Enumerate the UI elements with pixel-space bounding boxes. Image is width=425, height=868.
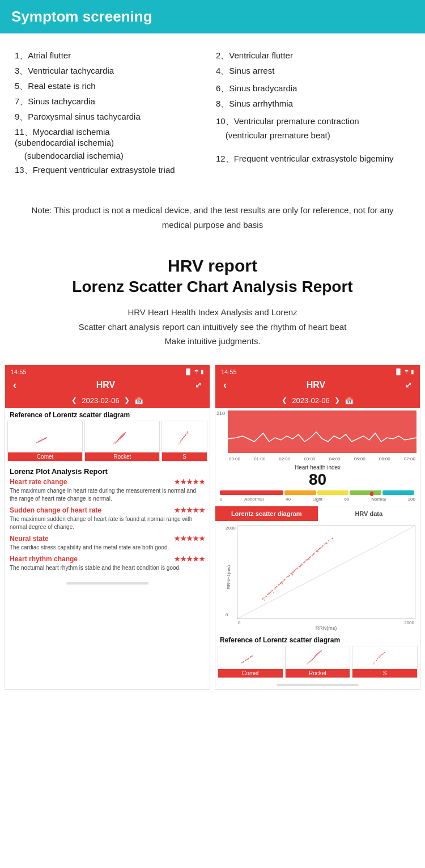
index-bar-labels: 0 Abnormal 40 Light 60 Normal 100 xyxy=(220,497,415,502)
right-rocket-thumb[interactable]: Rocket xyxy=(285,646,351,678)
y-label-2000: 2000 xyxy=(226,526,236,531)
svg-point-15 xyxy=(41,440,42,441)
left-phone-date-row: ❮ 2023-02-06 ❯ 📅 xyxy=(11,394,204,408)
right-back-icon[interactable]: ‹ xyxy=(223,379,227,391)
svg-point-126 xyxy=(307,663,308,664)
symptom-item-11: 11、Myocardial ischemia (subendocardial i… xyxy=(15,125,209,150)
ref-scatter-label-right: Reference of Lorentz scatter diagram xyxy=(215,633,420,646)
svg-point-145 xyxy=(374,662,375,663)
scatter-ref-label: Reference of Lorentz scatter diagram xyxy=(5,408,210,421)
s-thumb[interactable]: S xyxy=(162,421,207,461)
lorenz-title: Lorenz Plot Analysis Report xyxy=(10,467,205,476)
comet-thumb-img xyxy=(8,421,82,452)
svg-point-32 xyxy=(122,436,123,437)
s-thumb-img xyxy=(162,421,207,452)
time-label-7: 07:00 xyxy=(404,456,415,461)
svg-point-10 xyxy=(37,442,39,443)
bar-normal-yellow xyxy=(317,490,349,495)
left-phone-status: 14:55 ▐▌ ☂ ▮ xyxy=(11,367,204,376)
svg-point-144 xyxy=(384,652,385,653)
right-rocket-label: Rocket xyxy=(286,669,350,678)
right-prev-date-icon[interactable]: ❮ xyxy=(282,396,287,404)
battery-icon: ▮ xyxy=(201,369,204,375)
symptom-item: 12、Frequent ventricular extrasystole big… xyxy=(216,142,410,167)
hrv-report-section: HRV report Lorenz Scatter Chart Analysis… xyxy=(0,244,425,365)
left-phone-top-bar: 14:55 ▐▌ ☂ ▮ ‹ HRV ⤢ ❮ 2023-02-06 ❯ 📅 xyxy=(5,365,210,408)
right-signal-icons: ▐▌ ☂ ▮ xyxy=(394,369,414,375)
right-comet-label: Comet xyxy=(218,669,283,678)
left-phone-time: 14:55 xyxy=(11,369,27,375)
scatter-thumbnails: Comet xyxy=(5,421,210,464)
tab-row: Lorentz scatter diagram HRV data xyxy=(215,506,420,521)
next-date-icon[interactable]: ❯ xyxy=(124,396,130,404)
stars-4: ★★★★★ xyxy=(174,555,205,563)
svg-point-129 xyxy=(313,657,315,658)
svg-point-105 xyxy=(264,599,265,600)
svg-point-18 xyxy=(113,443,114,444)
svg-point-14 xyxy=(39,441,40,442)
right-battery-icon: ▮ xyxy=(411,369,414,375)
svg-point-11 xyxy=(40,441,41,442)
bar-label-100: 100 xyxy=(408,497,415,502)
symptom-item: 5、Real estate is rich xyxy=(15,79,209,94)
right-phone-bottom-bar xyxy=(277,684,358,686)
right-rocket-img xyxy=(286,646,350,669)
svg-point-104 xyxy=(332,537,333,539)
right-next-date-icon[interactable]: ❯ xyxy=(334,396,340,404)
calendar-icon[interactable]: 📅 xyxy=(134,396,143,405)
svg-point-76 xyxy=(276,586,277,587)
svg-point-90 xyxy=(274,588,275,590)
right-s-label: S xyxy=(352,669,417,678)
bar-label-40: 40 xyxy=(286,497,291,502)
right-phone-top-bar: 14:55 ▐▌ ☂ ▮ ‹ HRV ⤢ ❮ 2023-02-06 ❯ 📅 xyxy=(215,365,420,408)
time-label-3: 03:00 xyxy=(304,456,315,461)
right-scatter-thumbnails: Comet xyxy=(215,646,420,680)
hrv-scatter-title: Lorenz Scatter Chart Analysis Report xyxy=(11,277,414,297)
svg-point-13 xyxy=(44,438,45,439)
svg-point-30 xyxy=(117,441,118,442)
svg-point-42 xyxy=(185,434,186,435)
rocket-thumb[interactable]: Rocket xyxy=(84,421,160,461)
svg-point-108 xyxy=(292,574,293,575)
svg-point-133 xyxy=(308,662,309,663)
svg-point-147 xyxy=(380,655,381,657)
right-s-thumb[interactable]: S xyxy=(352,646,418,678)
page-title: Symptom screening xyxy=(11,8,414,26)
right-comet-thumb[interactable]: Comet xyxy=(218,646,283,678)
bar-label-abnormal: Abnormal xyxy=(244,497,264,502)
tab-hrv-data[interactable]: HRV data xyxy=(318,506,420,521)
svg-point-73 xyxy=(264,597,265,598)
signal-icons: ▐▌ ☂ ▮ xyxy=(184,369,204,375)
y-label-0: 0 xyxy=(226,612,228,617)
svg-point-47 xyxy=(185,435,186,436)
right-signal-icon: ▐▌ xyxy=(394,369,402,375)
svg-point-85 xyxy=(314,552,315,553)
svg-point-114 xyxy=(241,662,243,663)
right-calendar-icon[interactable]: 📅 xyxy=(345,396,354,405)
comet-thumb[interactable]: Comet xyxy=(7,421,83,461)
symptom-item: 4、Sinus arrest xyxy=(216,63,410,79)
y-max-label: 210 xyxy=(216,410,225,416)
svg-point-84 xyxy=(309,557,311,558)
svg-point-136 xyxy=(314,655,316,657)
prev-date-icon[interactable]: ❮ xyxy=(71,396,77,404)
metric-desc-4: The nocturnal heart rhythm is stable and… xyxy=(10,564,205,572)
svg-point-143 xyxy=(381,654,382,655)
svg-point-128 xyxy=(311,659,312,660)
svg-point-130 xyxy=(316,654,317,655)
bar-label-normal: Normal xyxy=(371,497,386,502)
comet-label: Comet xyxy=(8,452,82,461)
svg-point-64 xyxy=(300,565,301,566)
tab-lorentz[interactable]: Lorentz scatter diagram xyxy=(215,506,318,521)
svg-point-62 xyxy=(294,570,295,571)
lorenz-analysis: Lorenz Plot Analysis Report Heart rate c… xyxy=(5,464,210,579)
symptom-item: (ventricular premature beat) xyxy=(216,129,410,142)
svg-point-80 xyxy=(292,571,294,573)
share-icon[interactable]: ⤢ xyxy=(195,380,202,389)
rocket-thumb-img xyxy=(85,421,159,452)
right-share-icon[interactable]: ⤢ xyxy=(405,380,412,389)
bar-normal-green xyxy=(350,490,381,495)
back-icon[interactable]: ‹ xyxy=(13,379,16,391)
time-label-4: 04:00 xyxy=(329,456,341,461)
svg-point-66 xyxy=(307,559,308,560)
